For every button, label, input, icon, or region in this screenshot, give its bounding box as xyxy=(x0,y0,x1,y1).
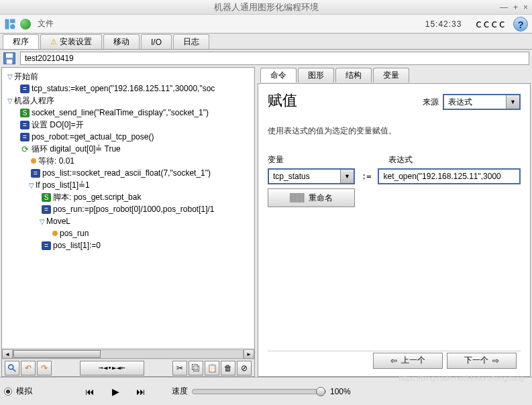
detail-tab-1[interactable]: 图形 xyxy=(298,68,334,82)
delete-button[interactable]: 🗑 xyxy=(221,361,235,375)
detail-pane: 命令图形结构变量 赋值 来源 表达式 ▼ 使用表达式的值为选定的变量赋值。 变量… xyxy=(258,67,531,377)
rename-button[interactable]: 重命名 xyxy=(268,188,355,207)
paste-button[interactable]: 📋 xyxy=(205,361,219,375)
tree-row[interactable]: ⟳ 循环 digital_out[0]≟ True xyxy=(3,143,253,155)
filename-bar: test20210419 xyxy=(0,50,532,67)
tree-row[interactable]: 等待: 0.01 xyxy=(3,155,253,167)
sim-radio[interactable] xyxy=(4,388,12,396)
forward-button[interactable]: ⏭ xyxy=(130,384,152,399)
speed-value: 100% xyxy=(330,387,351,396)
detail-tabs: 命令图形结构变量 xyxy=(258,68,531,84)
tree-row[interactable]: pos_run xyxy=(3,227,253,239)
top-toolbar: 文件 15:42:33 cccc ? xyxy=(0,15,532,34)
play-controls: ⏮ ▶ ⏭ xyxy=(79,384,152,399)
tree-row[interactable]: = pos_robot:=get_actual_tcp_pose() xyxy=(3,131,253,143)
green-icon: S xyxy=(20,109,30,117)
tri-icon: ▽ xyxy=(40,218,45,225)
tab-1[interactable]: ⚠安装设置 xyxy=(40,34,102,49)
command-panel: 赋值 来源 表达式 ▼ 使用表达式的值为选定的变量赋值。 变量 表达式 tcp_… xyxy=(258,83,531,377)
move-node-button[interactable]: →◄•►◄← xyxy=(80,361,144,375)
tab-2[interactable]: 移动 xyxy=(103,34,140,49)
minimize-button[interactable]: — xyxy=(500,3,508,12)
tree-row[interactable]: ▽ 开始前 xyxy=(3,70,253,82)
rename-label: 重命名 xyxy=(309,192,333,204)
tab-0[interactable]: 程序 xyxy=(3,34,39,49)
svg-point-6 xyxy=(9,364,13,369)
blue-icon: = xyxy=(31,169,40,178)
svg-rect-1 xyxy=(10,19,15,23)
title-bar: 机器人通用图形化编程环境 — + × xyxy=(0,0,532,15)
chevron-down-icon[interactable]: ▼ xyxy=(340,170,354,183)
tree-row[interactable]: ▽ 机器人程序 xyxy=(3,95,253,107)
expression-label: 表达式 xyxy=(388,154,413,166)
speed-control: 速度 100% xyxy=(172,386,351,397)
green-icon: S xyxy=(42,193,51,202)
scroll-thumb[interactable] xyxy=(13,350,101,358)
ur-logo-icon xyxy=(4,18,16,30)
variable-label: 变量 xyxy=(268,154,368,166)
tree-row[interactable]: S 脚本: pos_get.script_bak xyxy=(3,191,253,203)
menu-file[interactable]: 文件 xyxy=(38,18,54,30)
help-button[interactable]: ? xyxy=(513,17,528,32)
detail-tab-2[interactable]: 结构 xyxy=(335,68,372,82)
scroll-left-button[interactable]: ◄ xyxy=(2,349,13,359)
source-combo[interactable]: 表达式 ▼ xyxy=(443,94,521,110)
maximize-button[interactable]: + xyxy=(513,3,518,12)
svg-rect-5 xyxy=(7,60,12,64)
tab-3[interactable]: I/O xyxy=(141,34,172,49)
save-icon[interactable] xyxy=(3,52,16,65)
detail-tab-0[interactable]: 命令 xyxy=(260,68,297,82)
variable-combo[interactable]: tcp_status ▼ xyxy=(268,168,355,184)
search-button[interactable] xyxy=(5,361,19,375)
speed-slider[interactable] xyxy=(192,389,326,394)
expression-field[interactable]: ket_open("192.168.125.11",3000 xyxy=(378,168,521,184)
prev-button[interactable]: ⇦上一个 xyxy=(373,353,443,369)
tree-row[interactable]: = 设置 DO[0]=开 xyxy=(3,119,253,131)
redo-button[interactable]: ↷ xyxy=(37,361,52,375)
tri-icon: ▽ xyxy=(7,97,13,105)
arrow-left-icon: ⇦ xyxy=(390,356,397,365)
h-scrollbar[interactable]: ◄ ► xyxy=(2,348,254,359)
suppress-button[interactable]: ⊘ xyxy=(237,361,252,375)
speed-knob[interactable] xyxy=(316,387,325,396)
svg-line-7 xyxy=(13,368,15,371)
undo-button[interactable]: ↶ xyxy=(21,361,36,375)
tree-row[interactable]: S socket_send_line("RealTime_display","s… xyxy=(3,107,253,119)
svg-rect-4 xyxy=(6,54,13,58)
filename-field[interactable]: test20210419 xyxy=(20,52,529,65)
copy-button[interactable]: ⿻ xyxy=(189,361,203,375)
tri-icon: ▽ xyxy=(7,73,13,80)
tree-row[interactable]: = pos_list[1]:=0 xyxy=(3,239,253,251)
scroll-track[interactable] xyxy=(13,349,244,359)
window-title: 机器人通用图形化编程环境 xyxy=(0,1,532,13)
status-cccc: cccc xyxy=(475,17,507,30)
bottom-nav: ⇦上一个 下一个⇨ xyxy=(268,351,521,369)
tree-row[interactable]: = tcp_status:=ket_open("192.168.125.11",… xyxy=(3,82,253,95)
sim-label: 模拟 xyxy=(16,386,32,397)
source-label: 来源 xyxy=(423,97,439,108)
tree-row[interactable]: ▽ If pos_list[1]≟1 xyxy=(3,179,253,191)
blue-icon: = xyxy=(42,241,51,250)
cycle-icon: ⟳ xyxy=(20,145,30,154)
variable-value: tcp_status xyxy=(269,172,340,181)
scroll-right-button[interactable]: ► xyxy=(244,349,254,359)
chevron-down-icon[interactable]: ▼ xyxy=(506,95,519,109)
detail-tab-3[interactable]: 变量 xyxy=(373,68,409,82)
assign-operator: := xyxy=(362,172,371,181)
blue-icon: = xyxy=(20,133,30,141)
tree-row[interactable]: = pos_run:=p[pos_robot[0]/1000,pos_robot… xyxy=(3,203,253,215)
close-button[interactable]: × xyxy=(523,3,528,12)
cut-button[interactable]: ✂ xyxy=(172,361,187,375)
program-tree-pane: ▽ 开始前= tcp_status:=ket_open("192.168.125… xyxy=(1,67,255,377)
next-button[interactable]: 下一个⇨ xyxy=(447,353,517,369)
globe-icon[interactable] xyxy=(20,19,31,30)
tree-row[interactable]: = pos_list:=socket_read_ascii_float(7,"s… xyxy=(3,167,253,179)
tab-4[interactable]: 日志 xyxy=(173,34,209,49)
blue-icon: = xyxy=(20,121,30,129)
program-tree[interactable]: ▽ 开始前= tcp_status:=ket_open("192.168.125… xyxy=(2,68,254,348)
rewind-button[interactable]: ⏮ xyxy=(79,384,101,399)
arrow-right-icon: ⇨ xyxy=(492,356,499,365)
tree-row[interactable]: ▽ MoveL xyxy=(3,215,253,227)
play-button[interactable]: ▶ xyxy=(105,384,126,399)
keyboard-icon xyxy=(290,193,305,202)
